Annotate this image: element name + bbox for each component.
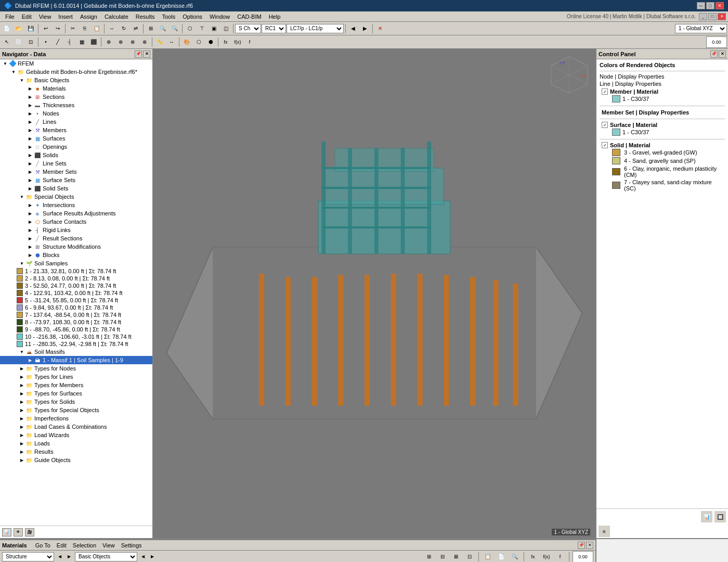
select-button[interactable]: ↖ [1,36,12,48]
mat-close-button[interactable]: ✕ [586,542,593,549]
tree-item-guide-objects[interactable]: ▶ 📁 Guide Objects [0,456,152,464]
snap-perp-button[interactable]: ⊕ [139,36,150,48]
minimize-button[interactable]: ─ [697,2,705,9]
cp-member-mat-item[interactable]: 1 - C30/37 [602,95,723,103]
tree-item-materials[interactable]: ▶ ■ Materials [0,84,152,93]
cp-surface-mat-item[interactable]: 1 - C30/37 [602,128,723,136]
select-box-button[interactable]: ⬜ [13,36,24,48]
solid-render-button[interactable]: ⬢ [205,36,216,48]
prev-button[interactable]: ◀ [347,23,359,34]
float-button[interactable]: _ [699,13,707,20]
menu-window[interactable]: Window [206,12,233,21]
tree-item-soil-samples[interactable]: ▼ 🌱 Soil Samples [0,259,152,267]
mat-tb2[interactable]: ⊟ [437,551,448,563]
nodes-arrow[interactable]: ▶ [27,110,33,117]
tree-item-surfaces[interactable]: ▶ ▦ Surfaces [0,134,152,143]
materials-arrow[interactable]: ▶ [27,85,33,92]
node-button[interactable]: • [40,36,51,48]
open-button[interactable]: 📂 [13,23,24,34]
surfaces-arrow[interactable]: ▶ [27,135,33,142]
cp-line-display[interactable]: Line | Display Properties [600,80,725,87]
line-button[interactable]: ╱ [52,36,63,48]
cp-close-button[interactable]: ✕ [719,50,726,58]
rotate-button[interactable]: ↻ [118,23,129,34]
surface-button[interactable]: ▦ [76,36,87,48]
mat-tb3[interactable]: ⊠ [450,551,462,563]
tree-item-soil-sample-5[interactable]: 5 - -31.24, 55.85, 0.00 ft | Σt: 78.74 f… [0,297,152,304]
snap-int-button[interactable]: ⊕ [127,36,138,48]
view-front-button[interactable]: ▣ [208,23,219,34]
cp-solid-item[interactable]: 7 - Clayey sand, sand-clay mixture (SC) [602,178,723,192]
project-arrow[interactable]: ▼ [10,69,17,75]
mat-settings[interactable]: Settings [119,542,144,548]
tree-item-imperfections[interactable]: ▶ 📁 Imperfections [0,414,152,423]
load-cases-arrow[interactable]: ▶ [19,424,25,430]
tree-item-types-surfaces[interactable]: ▶ 📁 Types for Surfaces [0,389,152,398]
nav-pin-button[interactable]: 📌 [135,50,142,58]
tree-item-soil-sample-3[interactable]: 3 - 52.50, 24.77, 0.00 ft | Σt: 78.74 ft [0,282,152,289]
soil-samples-arrow[interactable]: ▼ [19,260,25,266]
tree-item-types-solids[interactable]: ▶ 📁 Types for Solids [0,398,152,406]
copy-button[interactable]: ⎘ [79,23,90,34]
cp-member-material-header[interactable]: ✓ Member | Material [602,88,723,95]
tree-item-soil-sample-8[interactable]: 8 - -73.97, 108.30, 0.00 ft | Σt: 78.74 … [0,318,152,326]
tree-item-types-lines[interactable]: ▶ 📁 Types for Lines [0,373,152,381]
tree-item-types-nodes[interactable]: ▶ 📁 Types for Nodes [0,364,152,373]
delete-button[interactable]: ✕ [374,23,386,34]
tree-item-openings[interactable]: ▶ □ Openings [0,143,152,151]
tree-item-soil-sample-1[interactable]: 1 - 21.33, 32.81, 0.00 ft | Σt: 78.74 ft [0,267,152,275]
zoom-out-button[interactable]: 🔍 [169,23,180,34]
render-button[interactable]: 🎨 [181,36,192,48]
zoom-in-button[interactable]: 🔍 [157,23,168,34]
solid-button[interactable]: ⬛ [88,36,99,48]
snap-node-button[interactable]: ⊕ [103,36,114,48]
mat-tb4[interactable]: ⊡ [464,551,475,563]
structure-mods-arrow[interactable]: ▶ [27,244,33,250]
coord-combo[interactable]: 1 - Global XYZ [675,24,727,33]
tree-item-rfem[interactable]: ▼ 🔷 RFEM [0,59,152,68]
tree-item-intersections[interactable]: ▶ ✦ Intersections [0,201,152,209]
dock-close-button[interactable]: ✕ [718,13,726,20]
tree-item-member-sets[interactable]: ▶ ⚒ Member Sets [0,168,152,176]
mat-selection[interactable]: Selection [71,542,98,548]
nav-eye-btn[interactable]: 👁 [14,528,23,537]
tree-item-load-cases[interactable]: ▶ 📁 Load Cases & Combinations [0,423,152,431]
tree-item-load-wizards[interactable]: ▶ 📁 Load Wizards [0,431,152,439]
types-nodes-arrow[interactable]: ▶ [19,365,25,372]
tree-item-line-sets[interactable]: ▶ ╱ Line Sets [0,159,152,168]
mat-basic-combo[interactable]: Basic Objects [75,552,137,561]
mat-tb6[interactable]: 📄 [496,551,507,563]
redo-button[interactable]: ↪ [52,23,63,34]
lines-arrow[interactable]: ▶ [27,119,33,125]
tree-item-soil-sample-6[interactable]: 6 - 9.84, 93.67, 0.00 ft | Σt: 78.74 ft [0,304,152,311]
guide-objects-arrow[interactable]: ▶ [19,457,25,463]
tree-item-nodes[interactable]: ▶ • Nodes [0,109,152,118]
tree-item-members[interactable]: ▶ ⚒ Members [0,126,152,134]
thicknesses-arrow[interactable]: ▶ [27,102,33,108]
snap-mid-button[interactable]: ⊕ [115,36,126,48]
mat-pin-button[interactable]: 📌 [578,542,585,549]
tree-item-types-members[interactable]: ▶ 📁 Types for Members [0,381,152,389]
mat-tb8[interactable]: fx [527,551,539,563]
menu-results[interactable]: Results [133,12,158,21]
types-special-arrow[interactable]: ▶ [19,407,25,413]
mat-tb5[interactable]: 📋 [482,551,493,563]
mat-tb7[interactable]: 🔍 [509,551,521,563]
results-arrow[interactable]: ▶ [19,449,25,455]
types-surfaces-arrow[interactable]: ▶ [19,390,25,397]
tree-item-massif-1[interactable]: ▶ 🏔 1 - Massif 1 | Soil Samples | 1-9 [0,356,152,364]
rigid-links-arrow[interactable]: ▶ [27,227,33,233]
nav-close-button[interactable]: ✕ [143,50,150,58]
mirror-button[interactable]: ⇌ [130,23,141,34]
move-button[interactable]: ↔ [106,23,118,34]
close-button[interactable]: ✕ [716,2,724,9]
cp-surface-checkbox[interactable]: ✓ [602,122,608,128]
save-button[interactable]: 💾 [25,23,36,34]
view-top-button[interactable]: ⊤ [196,23,207,34]
nav-data-btn[interactable]: 📊 [2,528,11,537]
sch-combo[interactable]: S Ch [235,24,261,33]
menu-assign[interactable]: Assign [77,12,100,21]
tree-item-thicknesses[interactable]: ▶ ▬ Thicknesses [0,101,152,109]
tree-item-solid-sets[interactable]: ▶ ⬛ Solid Sets [0,184,152,193]
mat-next-btn[interactable]: ▶ [66,553,73,561]
